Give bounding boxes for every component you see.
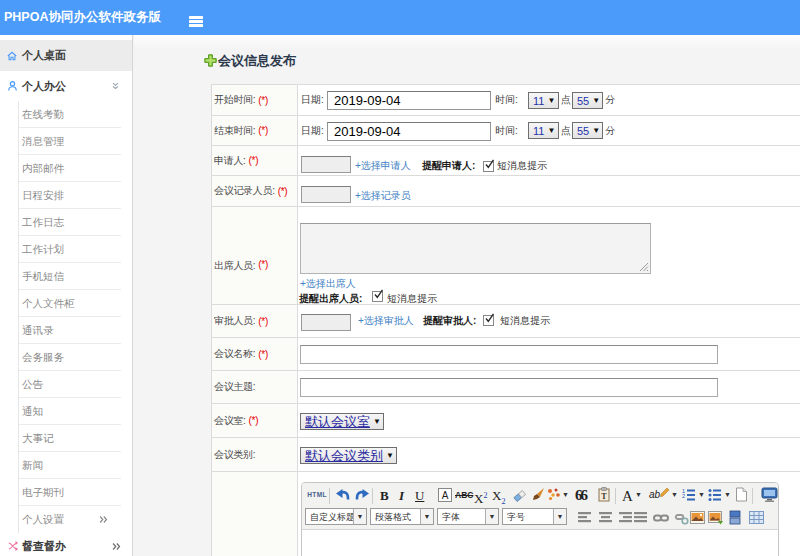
svg-text:2: 2 [682,493,685,499]
svg-text:T: T [601,492,607,501]
